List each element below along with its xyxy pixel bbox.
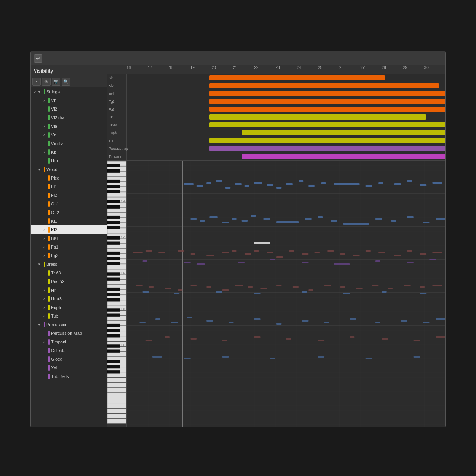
svg-rect-66 bbox=[107, 262, 120, 265]
item-fl2[interactable]: Fl2 bbox=[31, 191, 107, 200]
svg-rect-212 bbox=[375, 322, 380, 323]
item-timpani[interactable]: ✓ Timpani bbox=[31, 338, 107, 346]
check-hr: ✓ bbox=[42, 288, 47, 293]
svg-rect-197 bbox=[302, 291, 307, 293]
label-fg1: Fg1 bbox=[51, 245, 105, 249]
overview-row-hr: Hr bbox=[107, 113, 445, 121]
svg-rect-124 bbox=[242, 220, 248, 222]
label-glock: Glock bbox=[51, 357, 105, 362]
svg-rect-141 bbox=[178, 250, 184, 252]
label-fg2: Fg2 bbox=[51, 253, 105, 258]
block-hr bbox=[209, 114, 426, 120]
back-button[interactable]: ↩ bbox=[34, 54, 42, 63]
svg-rect-105 bbox=[254, 182, 262, 184]
main-toolbar: ↩ bbox=[31, 51, 445, 65]
item-tra3[interactable]: Tr á3 bbox=[31, 269, 107, 277]
group-percussion[interactable]: ▼ Percussion bbox=[31, 320, 107, 329]
tl-25: 25 bbox=[318, 65, 322, 70]
svg-rect-67 bbox=[107, 273, 120, 276]
item-vla[interactable]: ✓ Vla bbox=[31, 122, 107, 131]
item-picc[interactable]: Picc bbox=[31, 174, 107, 182]
svg-rect-46 bbox=[107, 393, 126, 398]
label-hr: Hr bbox=[51, 288, 105, 293]
svg-rect-206 bbox=[229, 322, 233, 323]
item-hr[interactable]: ✓ Hr bbox=[31, 286, 107, 294]
label-vl2: Vl2 bbox=[51, 107, 105, 111]
svg-rect-187 bbox=[356, 288, 362, 289]
svg-rect-68 bbox=[107, 278, 120, 281]
piano-keys[interactable]: C4 C3 C2 C1 C0 bbox=[107, 161, 127, 427]
check-vla: ✓ bbox=[42, 124, 47, 129]
svg-rect-134 bbox=[407, 216, 413, 218]
item-vl2[interactable]: Vl2 bbox=[31, 105, 107, 113]
svg-rect-159 bbox=[407, 250, 412, 252]
group-brass[interactable]: ▼ Brass bbox=[31, 260, 107, 269]
group-strings[interactable]: ✓ ▼ Strings bbox=[31, 87, 107, 96]
item-ob1[interactable]: Ob1 bbox=[31, 200, 107, 208]
item-vc[interactable]: ✓ Vc bbox=[31, 131, 107, 139]
item-bkl[interactable]: ✓ BKl bbox=[31, 234, 107, 243]
overview-row-fg1: Fg1 bbox=[107, 98, 445, 105]
color-vl2 bbox=[48, 106, 50, 112]
svg-rect-45 bbox=[107, 388, 126, 392]
svg-rect-219 bbox=[222, 340, 227, 341]
svg-rect-155 bbox=[353, 255, 359, 256]
item-percmap[interactable]: Percussion Map bbox=[31, 329, 107, 338]
color-euph bbox=[48, 305, 50, 310]
item-euph[interactable]: ✓ Euph bbox=[31, 303, 107, 312]
svg-rect-174 bbox=[165, 288, 171, 289]
svg-rect-103 bbox=[235, 183, 241, 185]
label-fl2: Fl2 bbox=[51, 193, 105, 198]
item-vl2div[interactable]: Vl2 div bbox=[31, 113, 107, 122]
item-xyl[interactable]: Xyl bbox=[31, 363, 107, 372]
item-fg1[interactable]: ✓ Fg1 bbox=[31, 243, 107, 251]
notes-svg bbox=[127, 161, 445, 427]
item-tubbells[interactable]: Tub Bells bbox=[31, 372, 107, 381]
item-kl2[interactable]: ✓ Kl2 bbox=[31, 225, 107, 234]
item-tub[interactable]: ✓ Tub bbox=[31, 312, 107, 320]
svg-rect-164 bbox=[197, 263, 205, 265]
color-tub bbox=[48, 313, 50, 319]
svg-rect-146 bbox=[245, 253, 251, 255]
item-kl1[interactable]: Kl1 bbox=[31, 217, 107, 225]
item-ob2[interactable]: Ob2 bbox=[31, 208, 107, 217]
check-fg1: ✓ bbox=[42, 245, 47, 249]
item-hrp[interactable]: Hrp bbox=[31, 156, 107, 165]
item-hra3[interactable]: ✓ Hr á3 bbox=[31, 294, 107, 303]
color-xyl bbox=[48, 365, 50, 371]
svg-rect-143 bbox=[206, 255, 214, 256]
svg-rect-62 bbox=[107, 236, 120, 240]
svg-rect-190 bbox=[404, 285, 410, 286]
svg-rect-131 bbox=[343, 223, 369, 225]
item-vcdiv[interactable]: Vc div bbox=[31, 139, 107, 148]
overview-row-kl1: Kl1 bbox=[107, 74, 445, 82]
overview-row-hra3: Hr á3 bbox=[107, 121, 445, 129]
color-hra3 bbox=[48, 296, 50, 302]
svg-rect-47 bbox=[107, 398, 126, 403]
overview-row-kl2: Kl2 bbox=[107, 82, 445, 90]
sidebar-tool-eye[interactable]: 👁 bbox=[42, 78, 51, 86]
svg-rect-224 bbox=[382, 338, 388, 340]
note-grid[interactable] bbox=[127, 161, 445, 427]
item-glock[interactable]: Glock bbox=[31, 355, 107, 363]
svg-rect-71 bbox=[107, 298, 120, 301]
svg-rect-179 bbox=[235, 285, 243, 286]
block-fg1 bbox=[209, 99, 445, 104]
sidebar-tool-search[interactable]: 🔍 bbox=[62, 78, 70, 86]
item-posa3[interactable]: Pos á3 bbox=[31, 277, 107, 286]
overview-label-kl1: Kl1 bbox=[107, 74, 127, 82]
item-celesta[interactable]: Celesta bbox=[31, 346, 107, 355]
item-fl1[interactable]: Fl1 bbox=[31, 182, 107, 191]
item-fg2[interactable]: ✓ Fg2 bbox=[31, 251, 107, 260]
group-wood[interactable]: ▼ Wood bbox=[31, 165, 107, 174]
label-vl2div: Vl2 div bbox=[51, 115, 105, 120]
sidebar-tool-tree[interactable]: ⋮ bbox=[32, 78, 41, 86]
svg-rect-167 bbox=[302, 262, 308, 263]
svg-rect-165 bbox=[238, 262, 245, 263]
item-kb[interactable]: ✓ Kb bbox=[31, 148, 107, 156]
item-vl1[interactable]: ✓ Vl1 bbox=[31, 96, 107, 105]
check-fg2: ✓ bbox=[42, 254, 47, 258]
tl-21: 21 bbox=[233, 65, 237, 70]
sidebar-tool-camera[interactable]: 📷 bbox=[52, 78, 60, 86]
svg-rect-123 bbox=[232, 218, 236, 220]
